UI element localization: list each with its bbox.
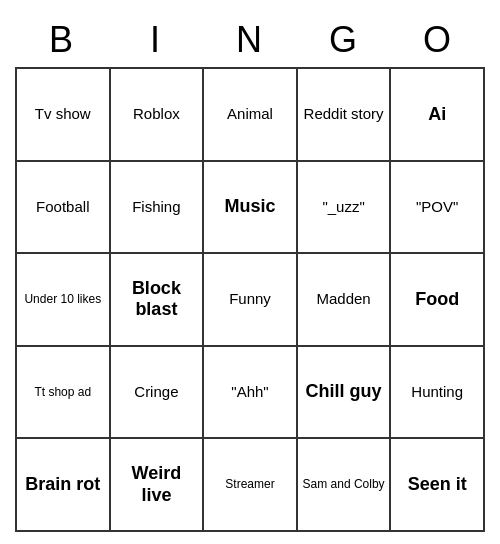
cell-1-1: Fishing — [111, 162, 205, 255]
cell-1-2: Music — [204, 162, 298, 255]
cell-text: Cringe — [134, 383, 178, 401]
cell-1-3: "_uzz" — [298, 162, 392, 255]
cell-text: "_uzz" — [322, 198, 364, 216]
cell-text: Under 10 likes — [24, 292, 101, 306]
cell-text: Tt shop ad — [34, 385, 91, 399]
cell-3-2: "Ahh" — [204, 347, 298, 440]
cell-4-0: Brain rot — [17, 439, 111, 532]
cell-1-0: Football — [17, 162, 111, 255]
cell-3-1: Cringe — [111, 347, 205, 440]
cell-0-4: Ai — [391, 69, 485, 162]
cell-text: "POV" — [416, 198, 458, 216]
cell-text: Tv show — [35, 105, 91, 123]
cell-text: Streamer — [225, 477, 274, 491]
cell-text: Block blast — [115, 278, 199, 321]
cell-text: Hunting — [411, 383, 463, 401]
cell-4-3: Sam and Colby — [298, 439, 392, 532]
cell-2-3: Madden — [298, 254, 392, 347]
bingo-card: BINGO Tv showRobloxAnimalReddit storyAiF… — [15, 12, 485, 532]
cell-text: Ai — [428, 104, 446, 126]
cell-4-2: Streamer — [204, 439, 298, 532]
header-letter: B — [15, 12, 109, 67]
cell-2-1: Block blast — [111, 254, 205, 347]
cell-1-4: "POV" — [391, 162, 485, 255]
cell-3-0: Tt shop ad — [17, 347, 111, 440]
cell-text: Fishing — [132, 198, 180, 216]
cell-0-0: Tv show — [17, 69, 111, 162]
bingo-grid: Tv showRobloxAnimalReddit storyAiFootbal… — [15, 67, 485, 532]
cell-2-4: Food — [391, 254, 485, 347]
cell-text: Weird live — [115, 463, 199, 506]
cell-text: Reddit story — [304, 105, 384, 123]
cell-text: "Ahh" — [231, 383, 268, 401]
cell-text: Madden — [316, 290, 370, 308]
cell-text: Seen it — [408, 474, 467, 496]
cell-2-2: Funny — [204, 254, 298, 347]
cell-text: Football — [36, 198, 89, 216]
cell-0-1: Roblox — [111, 69, 205, 162]
cell-text: Chill guy — [306, 381, 382, 403]
cell-text: Food — [415, 289, 459, 311]
header-letter: O — [391, 12, 485, 67]
cell-4-4: Seen it — [391, 439, 485, 532]
header-letter: G — [297, 12, 391, 67]
header-letter: N — [203, 12, 297, 67]
cell-text: Brain rot — [25, 474, 100, 496]
bingo-header: BINGO — [15, 12, 485, 67]
cell-0-3: Reddit story — [298, 69, 392, 162]
cell-3-4: Hunting — [391, 347, 485, 440]
cell-2-0: Under 10 likes — [17, 254, 111, 347]
cell-4-1: Weird live — [111, 439, 205, 532]
cell-text: Animal — [227, 105, 273, 123]
header-letter: I — [109, 12, 203, 67]
cell-0-2: Animal — [204, 69, 298, 162]
cell-3-3: Chill guy — [298, 347, 392, 440]
cell-text: Sam and Colby — [303, 477, 385, 491]
cell-text: Music — [224, 196, 275, 218]
cell-text: Funny — [229, 290, 271, 308]
cell-text: Roblox — [133, 105, 180, 123]
